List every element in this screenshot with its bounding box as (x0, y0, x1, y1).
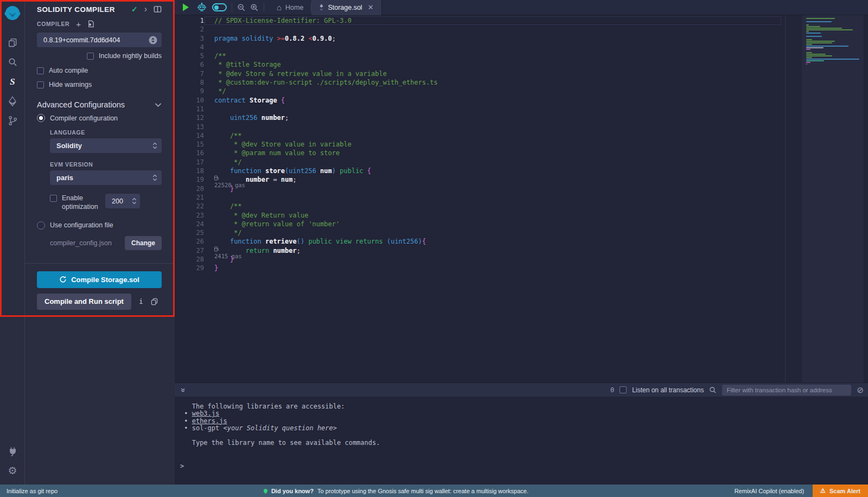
code-content: // SPDX-License-Identifier: GPL-3.0 prag… (214, 16, 440, 273)
listen-transactions-checkbox[interactable] (620, 386, 627, 393)
include-nightly-checkbox[interactable] (87, 53, 94, 60)
open-file-icon[interactable] (87, 20, 94, 28)
advanced-configurations-title: Advanced Configurations (37, 100, 155, 109)
code-line: } (214, 255, 440, 264)
file-explorer-icon[interactable] (0, 33, 25, 52)
code-line: contract Storage { (214, 96, 440, 105)
advanced-configurations-header[interactable]: Advanced Configurations (37, 100, 162, 109)
chevron-down-icon (155, 103, 162, 107)
code-line: number = num; (214, 175, 440, 184)
language-select[interactable]: Solidity (50, 138, 162, 153)
editor-minimap-divider (785, 15, 786, 383)
split-view-icon[interactable] (154, 5, 162, 13)
terminal-line: • web3.js (180, 410, 868, 417)
code-line: // SPDX-License-Identifier: GPL-3.0 (214, 16, 440, 25)
did-you-know-label: Did you know? (271, 488, 314, 494)
library-link[interactable]: ethers.js (192, 417, 227, 425)
copilot-toggle[interactable] (212, 3, 227, 11)
panel-divider (25, 263, 175, 264)
scam-alert-badge[interactable]: ⚠ Scam Alert (813, 485, 868, 497)
panel-title: SOLIDITY COMPILER (37, 5, 125, 14)
use-configuration-file-label: Use configuration file (50, 221, 113, 229)
git-init-status[interactable]: Initialize as git repo (7, 488, 58, 494)
run-script-play-icon[interactable] (182, 3, 189, 11)
terminal-prompt[interactable]: > (180, 463, 868, 470)
hide-warnings-row: Hide warnings (37, 81, 162, 88)
collapse-terminal-icon[interactable]: « (178, 388, 187, 392)
version-stepper-icon (149, 36, 157, 44)
evm-version-value: paris (56, 174, 152, 182)
tab-storage-label: Storage.sol (328, 4, 362, 11)
copilot-status[interactable]: RemixAI Copilot (enabled) (735, 488, 804, 494)
code-line: */ (214, 228, 440, 237)
terminal-search-icon[interactable] (709, 386, 717, 394)
code-line: } (214, 184, 440, 193)
tab-home[interactable]: ⌂ Home (269, 0, 311, 15)
code-line: */ (214, 87, 440, 95)
evm-version-label: EVM VERSION (50, 161, 162, 168)
auto-compile-label: Auto compile (49, 67, 88, 74)
evm-version-select[interactable]: paris (50, 170, 162, 185)
solidity-compiler-panel: SOLIDITY COMPILER ✓ › COMPILER + 0.8.19+… (25, 0, 175, 485)
code-line: * @dev Store & retrieve value in a varia… (214, 69, 440, 78)
deploy-run-icon[interactable] (0, 91, 25, 111)
code-line: } (214, 264, 440, 272)
select-arrows-icon (152, 174, 157, 181)
compile-and-run-button[interactable]: Compile and Run script (37, 294, 131, 310)
code-line: * @return value of 'number' (214, 220, 440, 228)
change-config-button[interactable]: Change (125, 236, 162, 250)
toolbar-separator (232, 3, 232, 12)
git-icon[interactable] (0, 111, 25, 130)
tab-storage-sol[interactable]: Storage.sol ✕ (311, 0, 381, 15)
home-icon: ⌂ (277, 3, 282, 11)
compiler-configuration-row: Compiler configuration (37, 114, 162, 122)
optimization-runs-input[interactable]: 200 (105, 194, 140, 208)
code-line: /** (214, 52, 440, 60)
line-number-gutter[interactable]: 1234567891011121314151617181920212223242… (175, 16, 204, 273)
code-line: * @title Storage (214, 60, 440, 69)
transaction-filter-input[interactable] (722, 385, 851, 396)
zoom-in-icon[interactable] (250, 3, 259, 12)
enable-optimization-label: Enable optimization (62, 194, 105, 212)
search-icon[interactable] (0, 52, 25, 72)
use-configuration-file-row: Use configuration file (37, 221, 162, 230)
tab-close-icon[interactable]: ✕ (368, 3, 374, 11)
main-area: ⌂ Home Storage.sol ✕ 1234567891011121314… (175, 0, 868, 485)
enable-optimization-row: Enable optimization 200 (50, 194, 162, 212)
enable-optimization-checkbox[interactable] (50, 195, 57, 202)
use-configuration-file-radio[interactable] (37, 221, 45, 230)
warning-icon: ⚠ (820, 487, 826, 494)
terminal-line: The following libraries are accessible: (180, 403, 868, 410)
remixai-robot-icon[interactable] (197, 3, 207, 12)
code-line: function store(uint256 num) public {2252… (214, 167, 440, 175)
compile-button[interactable]: Compile Storage.sol (37, 271, 162, 288)
info-icon[interactable]: i (139, 297, 143, 305)
add-compiler-icon[interactable]: + (76, 20, 81, 28)
config-file-name: compiler_config.json (50, 239, 125, 247)
solidity-compiler-icon[interactable]: S (0, 72, 25, 91)
include-nightly-row: Include nightly builds (37, 52, 162, 60)
language-label: LANGUAGE (50, 129, 162, 136)
remix-logo-icon[interactable] (3, 4, 22, 23)
hide-warnings-checkbox[interactable] (37, 81, 44, 88)
compiler-configuration-radio[interactable] (37, 114, 45, 122)
copy-icon[interactable] (151, 298, 158, 305)
clear-console-icon[interactable]: ⊘ (857, 386, 864, 394)
terminal-line: • sol-gpt <your Solidity question here> (180, 425, 868, 432)
settings-gear-icon[interactable]: ⚙ (0, 461, 25, 480)
terminal-line: Type the library name to see available c… (180, 439, 868, 447)
plugin-manager-icon[interactable] (0, 441, 25, 461)
code-editor[interactable]: 1234567891011121314151617181920212223242… (175, 15, 868, 383)
zoom-out-icon[interactable] (237, 3, 246, 12)
compiler-version-select[interactable]: 0.8.19+commit.7dd6d404 (37, 33, 162, 47)
code-line (214, 25, 440, 34)
minimap[interactable] (802, 15, 864, 383)
code-line: /** (214, 131, 440, 140)
library-link[interactable]: web3.js (192, 410, 220, 417)
chevron-right-icon[interactable]: › (144, 5, 147, 14)
auto-compile-checkbox[interactable] (37, 67, 44, 74)
include-nightly-label: Include nightly builds (99, 52, 162, 60)
terminal-output[interactable]: The following libraries are accessible: … (175, 397, 868, 485)
svg-text:S: S (10, 77, 15, 87)
transaction-count: 0 (610, 386, 614, 394)
